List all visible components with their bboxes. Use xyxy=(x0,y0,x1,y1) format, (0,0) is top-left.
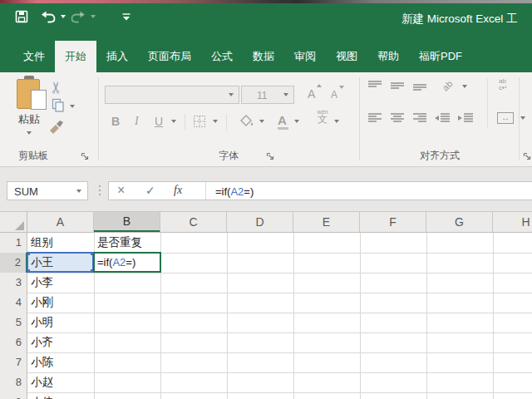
clipboard-dialog-launcher[interactable] xyxy=(81,152,90,161)
tab-data[interactable]: 数据 xyxy=(243,41,284,72)
align-bottom-button[interactable] xyxy=(412,80,427,91)
align-top-button[interactable] xyxy=(367,80,382,91)
font-dialog-launcher[interactable] xyxy=(266,152,275,161)
borders-icon xyxy=(193,115,206,128)
cell-a6[interactable]: 小齐 xyxy=(27,332,94,352)
align-top-icon xyxy=(367,80,382,91)
cut-button[interactable]: ✂ xyxy=(47,81,66,95)
tab-page-layout[interactable]: 页面布局 xyxy=(138,41,201,72)
cancel-icon: × xyxy=(117,183,125,197)
fill-color-dropdown-arrow[interactable] xyxy=(259,120,264,123)
increase-indent-icon xyxy=(457,112,474,124)
enter-button[interactable]: ✓ xyxy=(145,184,155,197)
phonetic-guide-button[interactable]: wén 文 xyxy=(314,109,331,122)
format-painter-button[interactable] xyxy=(48,121,66,134)
align-center-button[interactable] xyxy=(390,112,405,124)
tab-review[interactable]: 审阅 xyxy=(284,41,326,72)
borders-dropdown-arrow[interactable] xyxy=(213,120,218,123)
redo-dropdown-arrow[interactable] xyxy=(91,15,96,18)
grow-font-icon xyxy=(317,84,322,87)
cancel-button[interactable]: × xyxy=(117,183,125,198)
merge-center-dropdown-arrow[interactable] xyxy=(520,116,525,120)
column-header-f[interactable]: F xyxy=(360,212,426,233)
row-header-6[interactable]: 6 xyxy=(0,332,27,352)
cell-a8[interactable]: 小赵 xyxy=(27,372,94,392)
align-left-button[interactable] xyxy=(367,112,382,124)
shrink-font-button[interactable]: A xyxy=(331,86,337,103)
column-header-d[interactable]: D xyxy=(227,212,293,233)
paste-dropdown-arrow[interactable] xyxy=(27,131,32,135)
orientation-button[interactable]: ab xyxy=(441,78,455,92)
row-header-3[interactable]: 3 xyxy=(0,273,27,293)
bold-button[interactable]: B xyxy=(111,113,120,130)
font-name-select[interactable] xyxy=(105,86,239,104)
borders-button[interactable] xyxy=(193,115,206,128)
tab-foxit-pdf[interactable]: 福昕PDF xyxy=(409,41,472,72)
orientation-dropdown-arrow[interactable] xyxy=(462,85,467,88)
tab-insert[interactable]: 插入 xyxy=(96,41,138,72)
italic-button[interactable]: I xyxy=(135,113,139,130)
tab-formulas[interactable]: 公式 xyxy=(201,41,243,72)
grow-font-button[interactable]: A xyxy=(308,86,315,102)
row-header-8[interactable]: 8 xyxy=(0,372,27,392)
alignment-dialog-launcher[interactable] xyxy=(523,152,532,161)
cell-a5[interactable]: 小明 xyxy=(27,313,94,332)
increase-indent-button[interactable] xyxy=(457,112,474,124)
copy-dropdown-arrow[interactable] xyxy=(70,105,75,108)
font-color-bar-icon xyxy=(278,127,288,130)
cell-a9[interactable]: 小佳 xyxy=(27,392,94,399)
row-header-7[interactable]: 7 xyxy=(0,352,27,372)
column-header-b-selected[interactable]: B xyxy=(94,212,160,233)
tab-home[interactable]: 开始 xyxy=(55,41,96,72)
underline-button[interactable]: U xyxy=(155,113,163,130)
font-color-dropdown-arrow[interactable] xyxy=(294,120,299,123)
select-all-button[interactable] xyxy=(0,212,27,233)
group-separator xyxy=(519,77,520,160)
cell-a1[interactable]: 组别 xyxy=(27,233,94,252)
formula-controls: × ✓ fx =if(A2=) xyxy=(108,181,532,200)
column-header-a[interactable]: A xyxy=(27,212,94,233)
insert-function-button[interactable]: fx xyxy=(174,184,182,197)
undo-button[interactable] xyxy=(38,8,58,25)
name-box[interactable]: SUM xyxy=(7,181,88,200)
undo-dropdown-arrow[interactable] xyxy=(61,15,66,18)
wrap-text-button[interactable]: ab c↵ xyxy=(499,78,508,91)
row-header-2-selected[interactable]: 2 xyxy=(0,253,27,273)
merge-center-button[interactable]: ↔ xyxy=(497,112,514,124)
group-separator xyxy=(98,77,99,160)
align-middle-button[interactable] xyxy=(390,80,405,91)
column-header-c[interactable]: C xyxy=(160,212,227,233)
column-header-g[interactable]: G xyxy=(426,212,493,233)
customize-quick-access-button[interactable] xyxy=(120,11,133,24)
formula-input[interactable]: =if(A2=) xyxy=(215,185,254,198)
row-header-9[interactable]: 9 xyxy=(0,392,27,399)
cell-b2-editing[interactable]: =if(A2=) xyxy=(93,252,161,273)
tab-view[interactable]: 视图 xyxy=(326,41,367,72)
font-name-dropdown-arrow xyxy=(229,93,234,96)
font-color-button[interactable]: A xyxy=(278,112,287,129)
column-header-e[interactable]: E xyxy=(293,212,360,233)
row-header-1[interactable]: 1 xyxy=(0,233,27,253)
fill-color-button[interactable] xyxy=(239,115,254,127)
tab-file[interactable]: 文件 xyxy=(13,41,55,72)
underline-dropdown-arrow[interactable] xyxy=(171,120,176,123)
formula-input-divider xyxy=(205,182,206,200)
column-header-h[interactable]: H xyxy=(493,212,532,233)
copy-button[interactable] xyxy=(52,98,65,113)
tab-help[interactable]: 帮助 xyxy=(367,41,409,72)
save-button[interactable] xyxy=(13,8,30,25)
align-right-button[interactable] xyxy=(412,112,427,124)
cell-a2-referenced[interactable]: 小王 xyxy=(27,252,94,273)
fill-color-icon xyxy=(239,115,254,127)
cell-a7[interactable]: 小陈 xyxy=(27,352,94,372)
decrease-indent-button[interactable] xyxy=(434,112,451,124)
formula-bar-resize-handle[interactable] xyxy=(99,185,101,198)
cell-a3[interactable]: 小李 xyxy=(27,273,94,292)
row-header-5[interactable]: 5 xyxy=(0,313,27,332)
font-size-select[interactable]: 11 xyxy=(241,86,294,104)
cell-a4[interactable]: 小刚 xyxy=(27,293,94,312)
redo-button-disabled[interactable] xyxy=(68,8,88,25)
row-header-4[interactable]: 4 xyxy=(0,293,27,313)
cell-b1[interactable]: 是否重复 xyxy=(94,233,160,252)
phonetic-dropdown-arrow[interactable] xyxy=(334,120,339,123)
